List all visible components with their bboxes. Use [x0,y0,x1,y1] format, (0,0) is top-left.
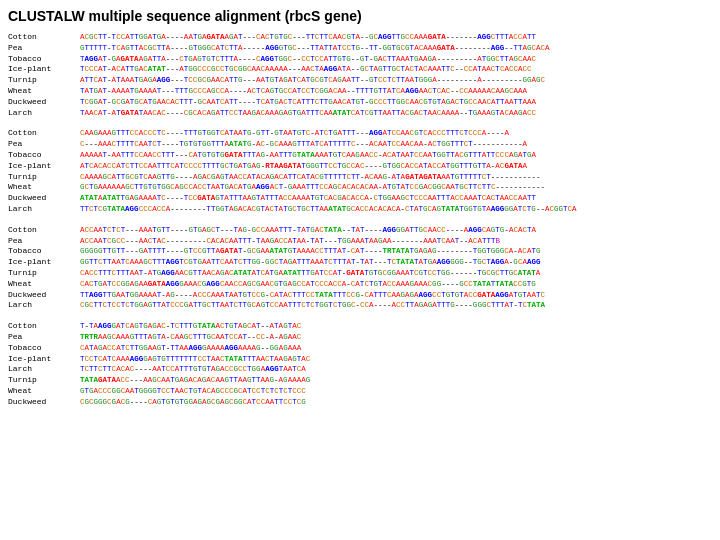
sequence-text: GTTTTT-TCAGTTACGCTTA----GTGGGCATCTTA----… [80,43,550,53]
sequence-text: TAACAT-ATGATATAACAC----CGCACAGATTCCTAAGA… [80,108,536,118]
seq-row: WheatGTGACCCGGCAATGGGGTCCTAACTGTACAGCCCG… [8,386,712,397]
sequence-text: GTGACCCGGCAATGGGGTCCTAACTGTACAGCCCGCATCC… [80,386,306,396]
seq-row: Ice-plantTCCTCATCAAAAGGGAGTGTTTTTTTCCTAA… [8,354,712,365]
species-label: Cotton [8,321,80,332]
seq-row: TobaccoGGGGGTTGTT---GATTTT----GTCCGTTAGA… [8,246,712,257]
seq-row: PeaGTTTTT-TCAGTTACGCTTA----GTGGGCATCTTA-… [8,43,712,54]
seq-row: CottonT-TAAGGGATCAGTGAGAC-TCTTTGTATAACTG… [8,321,712,332]
sequence-text: TCCCAT-ACATTGACATAT---ATGGCCCGCCTGCGGCAA… [80,64,531,74]
seq-row: CottonACCAATCTCT---AAATGTT----GTGAGCT---… [8,225,712,236]
sequence-text: ATTCAT-ATAAATGAGAAGG---TCCGCGAACATTG---A… [80,75,545,85]
seq-row: PeaACCAATCGCC---AACTAC---------CACACAATT… [8,236,712,247]
species-label: Larch [8,108,80,119]
seq-row: WheatTATGAT-AAAATGAAAAT---TTTGCCCAGCCA--… [8,86,712,97]
species-label: Cotton [8,128,80,139]
seq-row: CottonCAAGAAAGTTTCCACCCTC----TTTGTGGTCAT… [8,128,712,139]
sequence-text: TCCTCATCAAAAGGGAGTGTTTTTTTCCTAACTATATTTA… [80,354,310,364]
species-label: Turnip [8,268,80,279]
seq-row: DuckweedCGCGGGCGACG----CAGTGTGTGGAGAGCGA… [8,397,712,408]
species-label: Cotton [8,225,80,236]
species-label: Tobacco [8,150,80,161]
sequence-text: TTAGGTTGAATGGAAAAT-AG----ACCCAAATAATGTCC… [80,290,545,300]
sequence-text: ACGCTT-TCCATTGGATGA----AATGAGATAAGAT---C… [80,32,536,42]
species-label: Turnip [8,375,80,386]
sequence-text: GCTGAAAAAAGCTTGTGTGGCAGCCACCTAATGACATGAA… [80,182,545,192]
sequence-text: ATCACACCATCTTCCAATTTCATCCCCTTTTGCTGATGAG… [80,161,527,171]
sequence-text: TATGAT-AAAATGAAAAT---TTTGCCCAGCCA----ACT… [80,86,527,96]
species-label: Larch [8,364,80,375]
sequence-text: CAAGAAAGTTTCCACCCTC----TTTGTGGTCATAATG-G… [80,128,509,138]
species-label: Pea [8,332,80,343]
sequence-text: TTCTCGTATAAGGCCCACCA--------TTGGTAGACACG… [80,204,577,214]
sequence-text: TRTRAAGCAAAGTTTAGTA-CAAGCTTTGCAATCCAT--C… [80,332,301,342]
sequence-text: ACCAATCGCC---AACTAC---------CACACAATTT-T… [80,236,500,246]
species-label: Ice-plant [8,64,80,75]
species-label: Ice-plant [8,354,80,365]
sequence-text: AAAAAT-AATTTCCAACCTTT---CATGTGTGGATATTTA… [80,150,536,160]
sequence-text: CGCTTCTCCTCTGGAGTTATCCCGATTGCTTAATCTTGCA… [80,300,545,310]
seq-row: LarchCGCTTCTCCTCTGGAGTTATCCCGATTGCTTAATC… [8,300,712,311]
species-label: Tobacco [8,343,80,354]
species-label: Duckweed [8,193,80,204]
block-4: CottonT-TAAGGGATCAGTGAGAC-TCTTTGTATAACTG… [8,321,712,407]
species-label: Pea [8,139,80,150]
seq-row: TobaccoAAAAAT-AATTTCCAACCTTT---CATGTGTGG… [8,150,712,161]
species-label: Larch [8,204,80,215]
seq-row: PeaTRTRAAGCAAAGTTTAGTA-CAAGCTTTGCAATCCAT… [8,332,712,343]
species-label: Ice-plant [8,161,80,172]
sequence-text: CATAGACCATCTTGGAAGT-TTAAAGGGAAAAAGGAAAAG… [80,343,301,353]
species-label: Wheat [8,86,80,97]
sequence-text: C---AAACTTTTCAATCT----TGTGTGGTTTAATATG-A… [80,139,527,149]
seq-row: TurnipATTCAT-ATAAATGAGAAGG---TCCGCGAACAT… [8,75,712,86]
seq-row: TurnipTATAGATAACC---AAGCAATGAGACAGACAAGT… [8,375,712,386]
species-label: Cotton [8,32,80,43]
species-label: Turnip [8,172,80,183]
seq-row: LarchTTCTCGTATAAGGCCCACCA--------TTGGTAG… [8,204,712,215]
seq-row: Ice-plantATCACACCATCTTCCAATTTCATCCCCTTTT… [8,161,712,172]
species-label: Pea [8,236,80,247]
sequence-text: GGGGGTTGTT---GATTTT----GTCCGTTAGATAT-GCG… [80,246,540,256]
page-title: CLUSTALW multiple sequence alignment (rb… [8,8,712,24]
sequence-text: CAAAAGCATTGCGTCAAGTTG----AGACGAGTAACCATA… [80,172,541,182]
seq-row: Ice-plantTCCCAT-ACATTGACATAT---ATGGCCCGC… [8,64,712,75]
seq-row: TobaccoTAGGAT-GAGATAAGATTA---CTGAGTGTCTT… [8,54,712,65]
sequence-text: CACCTTTCTTTAAT-ATGAGGAACGTTAACAGACATATAT… [80,268,540,278]
species-label: Tobacco [8,54,80,65]
block-3: CottonACCAATCTCT---AAATGTT----GTGAGCT---… [8,225,712,311]
species-label: Wheat [8,279,80,290]
sequence-text: CGCGGGCGACG----CAGTGTGTGGAGAGCGAGCGGCATC… [80,397,306,407]
sequence-text: GGTTCTTAATCAAAGCTTTAGGTCGTGAATTCAATCTTGG… [80,257,540,267]
sequence-text: TCTTCTTCACAC----AATCCATTTGTGTAGACCGCCTGG… [80,364,306,374]
seq-row: DuckweedTTAGGTTGAATGGAAAAT-AG----ACCCAAA… [8,290,712,301]
seq-row: CottonACGCTT-TCCATTGGATGA----AATGAGATAAG… [8,32,712,43]
sequence-text: T-TAAGGGATCAGTGAGAC-TCTTTGTATAACTGTAGCAT… [80,321,301,331]
sequence-text: ATATAATATTGAGAAAATC----TCCGATAGTATTTAAGT… [80,193,536,203]
block-2: CottonCAAGAAAGTTTCCACCCTC----TTTGTGGTCAT… [8,128,712,214]
sequence-text: CACTGATCCGGAGAAGATAAGGGAAACGAGGCAACCAGCG… [80,279,536,289]
sequence-text: ACCAATCTCT---AAATGTT----GTGAGCT---TAG-GC… [80,225,536,235]
sequence-text: TAGGAT-GAGATAAGATTA---CTGAGTGTCTTTA----C… [80,54,536,64]
species-label: Larch [8,300,80,311]
seq-row: TobaccoCATAGACCATCTTGGAAGT-TTAAAGGGAAAAA… [8,343,712,354]
seq-row: TurnipCAAAAGCATTGCGTCAAGTTG----AGACGAGTA… [8,172,712,183]
species-label: Duckweed [8,397,80,408]
seq-row: TurnipCACCTTTCTTTAAT-ATGAGGAACGTTAACAGAC… [8,268,712,279]
seq-row: DuckweedATATAATATTGAGAAAATC----TCCGATAGT… [8,193,712,204]
species-label: Turnip [8,75,80,86]
alignment-container: CottonACGCTT-TCCATTGGATGA----AATGAGATAAG… [8,32,712,408]
seq-row: DuckweedTCGGAT-GCGATGCATGAACACTTT-GCAATC… [8,97,712,108]
seq-row: PeaC---AAACTTTTCAATCT----TGTGTGGTTTAATAT… [8,139,712,150]
sequence-text: TATAGATAACC---AAGCAATGAGACAGACAAGTTAAGTT… [80,375,310,385]
species-label: Ice-plant [8,257,80,268]
species-label: Wheat [8,182,80,193]
species-label: Wheat [8,386,80,397]
species-label: Duckweed [8,97,80,108]
sequence-text: TCGGAT-GCGATGCATGAACACTTT-GCAATCATT----T… [80,97,536,107]
block-1: CottonACGCTT-TCCATTGGATGA----AATGAGATAAG… [8,32,712,118]
species-label: Duckweed [8,290,80,301]
species-label: Pea [8,43,80,54]
seq-row: LarchTCTTCTTCACAC----AATCCATTTGTGTAGACCG… [8,364,712,375]
species-label: Tobacco [8,246,80,257]
seq-row: LarchTAACAT-ATGATATAACAC----CGCACAGATTCC… [8,108,712,119]
seq-row: Ice-plantGGTTCTTAATCAAAGCTTTAGGTCGTGAATT… [8,257,712,268]
